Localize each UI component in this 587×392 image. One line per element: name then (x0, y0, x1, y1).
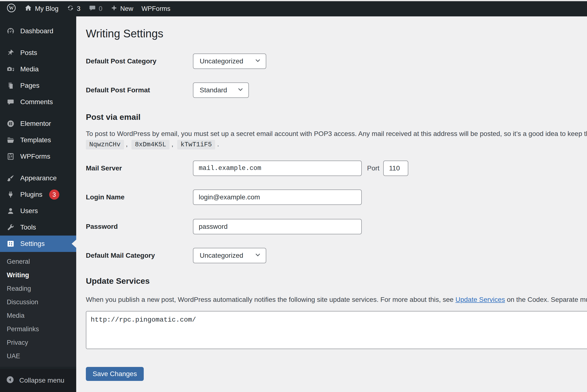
comments-bubble-icon (89, 4, 96, 13)
media-icon (6, 65, 15, 74)
password-row: Password (86, 219, 587, 234)
select-value: Uncategorized (200, 252, 243, 260)
sidebar-label: Plugins (20, 191, 43, 198)
admin-bar: W My Blog 3 0 New WPForms (0, 1, 587, 16)
submenu-item-media[interactable]: Media (0, 309, 76, 322)
sidebar-label: Posts (20, 49, 37, 57)
wordpress-logo-menu[interactable]: W (3, 1, 20, 16)
sidebar-item-appearance[interactable]: Appearance (0, 170, 76, 186)
collapse-menu-label: Collapse menu (19, 376, 64, 384)
wordpress-logo-icon: W (7, 3, 16, 14)
default-mail-category-label: Default Mail Category (86, 252, 193, 260)
collapse-arrow-icon (6, 375, 15, 386)
login-name-row: Login Name (86, 190, 587, 205)
sidebar-item-plugins[interactable]: Plugins 3 (0, 186, 76, 203)
admin-bar-updates[interactable]: 3 (63, 1, 85, 16)
pushpin-icon (6, 48, 15, 57)
sidebar-item-media[interactable]: Media (0, 61, 76, 78)
default-mail-category-select[interactable]: Uncategorized (193, 248, 266, 263)
chevron-down-icon (237, 86, 244, 94)
submenu-label: Privacy (7, 339, 28, 346)
sidebar-label: Comments (20, 98, 53, 106)
updates-count: 3 (77, 5, 81, 12)
submenu-label: General (7, 258, 30, 266)
admin-bar-site-name[interactable]: My Blog (20, 1, 63, 16)
sidebar-label: WPForms (20, 152, 50, 160)
admin-bar-new[interactable]: New (107, 1, 138, 16)
submenu-item-reading[interactable]: Reading (0, 282, 76, 295)
update-services-link[interactable]: Update Services (455, 296, 505, 303)
sidebar-label: Templates (20, 136, 51, 144)
sidebar-item-pages[interactable]: Pages (0, 78, 76, 94)
sidebar-label: Settings (20, 240, 45, 248)
sidebar-label: Media (20, 65, 39, 73)
update-services-textarea[interactable]: http://rpc.pingomatic.com/ (86, 311, 587, 349)
code-separator: , (172, 140, 173, 148)
default-post-category-row: Default Post Category Uncategorized (86, 54, 587, 69)
select-value: Standard (200, 86, 227, 94)
plugins-update-badge: 3 (49, 190, 59, 200)
description-after-link: on the Codex. Separate multiple service … (505, 296, 587, 303)
submenu-label: Discussion (7, 298, 38, 306)
login-name-input[interactable] (193, 190, 362, 205)
submenu-item-permalinks[interactable]: Permalinks (0, 322, 76, 336)
save-changes-button[interactable]: Save Changes (86, 367, 144, 381)
submenu-item-privacy[interactable]: Privacy (0, 336, 76, 349)
submenu-item-discussion[interactable]: Discussion (0, 295, 76, 309)
password-input[interactable] (193, 219, 362, 234)
submenu-label: Reading (7, 285, 31, 292)
email-secret-strings: NqwznCHv,8xDm4K5L,kTwT1iF5. (86, 140, 587, 150)
sidebar-item-elementor[interactable]: Elementor (0, 116, 76, 132)
settings-sliders-icon (6, 240, 15, 248)
default-post-format-select[interactable]: Standard (193, 82, 249, 98)
select-value: Uncategorized (200, 58, 243, 65)
admin-sidebar: Dashboard Posts Media Pages Comments (0, 16, 76, 392)
wrench-icon (6, 223, 15, 232)
code-separator: , (126, 140, 128, 148)
default-post-category-label: Default Post Category (86, 58, 193, 65)
site-name-label: My Blog (35, 5, 59, 12)
default-mail-category-row: Default Mail Category Uncategorized (86, 248, 587, 263)
description-before-link: When you publish a new post, WordPress a… (86, 296, 455, 303)
sidebar-item-settings[interactable]: Settings (0, 236, 76, 252)
sidebar-label: Tools (20, 224, 36, 231)
sidebar-item-users[interactable]: Users (0, 203, 76, 219)
admin-bar-comments[interactable]: 0 (85, 1, 107, 16)
submenu-label: Writing (7, 272, 29, 279)
mail-server-input[interactable] (193, 160, 362, 176)
codes-suffix: . (217, 140, 219, 148)
elementor-icon (6, 119, 15, 128)
home-icon (24, 4, 32, 14)
new-label: New (120, 5, 133, 12)
form-clipboard-icon (6, 152, 15, 161)
folder-icon (6, 136, 15, 144)
secret-string-code: kTwT1iF5 (177, 140, 215, 150)
pages-icon (6, 81, 15, 90)
submenu-item-uae[interactable]: UAE (0, 349, 76, 363)
collapse-menu-button[interactable]: Collapse menu (0, 369, 76, 392)
sidebar-item-templates[interactable]: Templates (0, 132, 76, 148)
plug-icon (6, 190, 15, 199)
sidebar-item-tools[interactable]: Tools (0, 219, 76, 236)
sidebar-item-comments[interactable]: Comments (0, 94, 76, 110)
sidebar-item-posts[interactable]: Posts (0, 44, 76, 61)
sidebar-item-dashboard[interactable]: Dashboard (0, 23, 76, 39)
update-services-description: When you publish a new post, WordPress a… (86, 295, 587, 304)
sidebar-label: Elementor (20, 120, 51, 128)
submenu-item-writing[interactable]: Writing (0, 268, 76, 282)
sidebar-label: Appearance (20, 174, 57, 182)
secret-string-code: NqwznCHv (86, 140, 124, 150)
writing-settings-page: Writing Settings Default Post Category U… (76, 16, 587, 392)
sidebar-label: Dashboard (20, 27, 53, 35)
svg-text:W: W (9, 5, 14, 10)
submenu-label: Permalinks (7, 326, 39, 333)
default-post-format-label: Default Post Format (86, 86, 193, 94)
sidebar-item-wpforms[interactable]: WPForms (0, 148, 76, 165)
submenu-item-general[interactable]: General (0, 255, 76, 268)
update-services-heading: Update Services (86, 276, 587, 286)
post-via-email-description: To post to WordPress by email, you must … (86, 129, 587, 138)
default-post-category-select[interactable]: Uncategorized (193, 54, 266, 69)
mail-server-port-input[interactable] (383, 160, 408, 176)
admin-bar-wpforms[interactable]: WPForms (138, 1, 175, 16)
submenu-label: Media (7, 312, 25, 320)
